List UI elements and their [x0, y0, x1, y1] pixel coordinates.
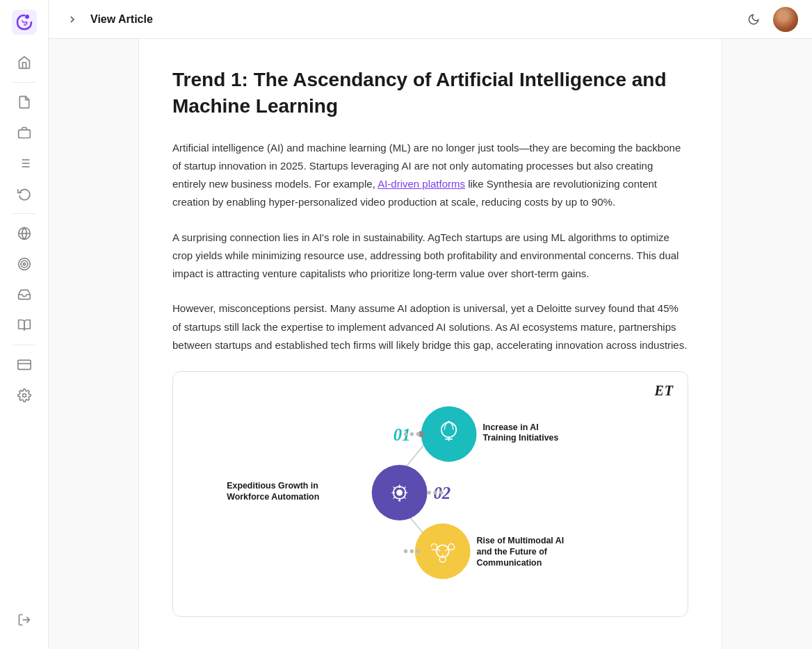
svg-point-28	[404, 432, 407, 436]
topbar-actions	[742, 7, 798, 32]
svg-point-35	[428, 491, 431, 494]
article-paragraph-1: Artificial intelligence (AI) and machine…	[172, 139, 688, 212]
sidebar-item-home[interactable]	[9, 49, 40, 76]
article-paragraph-3: However, misconceptions persist. Many as…	[172, 299, 688, 354]
svg-point-12	[21, 261, 28, 268]
avatar[interactable]	[773, 7, 798, 32]
ai-platforms-link[interactable]: AI-driven platforms	[377, 178, 465, 190]
sidebar-divider-2	[13, 213, 35, 214]
sidebar-item-briefcase[interactable]	[9, 119, 40, 147]
sidebar-item-inbox[interactable]	[9, 281, 40, 309]
sidebar-item-list[interactable]	[9, 149, 40, 177]
avatar-image	[773, 7, 798, 32]
svg-point-51	[416, 550, 420, 553]
sidebar-nav	[0, 47, 48, 605]
sidebar-divider-3	[13, 345, 35, 345]
topbar: View Article	[49, 0, 812, 39]
infographic-svg: 01 Increase in AI Training Initiatives	[190, 388, 671, 597]
sidebar-divider-1	[13, 82, 35, 83]
sidebar-item-documents[interactable]	[9, 88, 40, 116]
article-paragraph-2: A surprising connection lies in AI's rol…	[172, 229, 688, 284]
sidebar-item-book[interactable]	[9, 311, 40, 339]
svg-text:and the Future of: and the Future of	[477, 547, 548, 557]
svg-text:Rise of Multimodal AI: Rise of Multimodal AI	[477, 536, 565, 545]
article-left-margin	[49, 39, 139, 649]
svg-point-50	[404, 550, 407, 553]
svg-text:Training Initiatives: Training Initiatives	[482, 434, 558, 443]
svg-text:Expeditious Growth in: Expeditious Growth in	[227, 481, 318, 491]
svg-text:Workforce Automation: Workforce Automation	[227, 492, 319, 502]
sidebar-item-target[interactable]	[9, 250, 40, 278]
svg-rect-14	[17, 360, 30, 369]
svg-point-20	[421, 406, 477, 462]
svg-point-26	[416, 432, 420, 436]
sidebar	[0, 0, 49, 649]
sidebar-item-settings[interactable]	[9, 381, 40, 409]
article-content[interactable]: Trend 1: The Ascendancy of Artificial In…	[139, 39, 722, 649]
article-right-margin	[722, 39, 812, 649]
sidebar-item-history[interactable]	[9, 180, 40, 208]
sidebar-bottom	[9, 605, 40, 641]
infographic-box: ET 01	[172, 371, 688, 617]
svg-point-16	[22, 394, 26, 397]
svg-point-13	[23, 263, 25, 265]
article-container: Trend 1: The Ascendancy of Artificial In…	[49, 39, 812, 649]
app-logo[interactable]	[10, 8, 38, 36]
svg-point-11	[18, 258, 30, 270]
sidebar-item-logout[interactable]	[9, 606, 40, 634]
svg-point-36	[433, 491, 437, 494]
main-content: View Article Trend 1: The Ascendancy of …	[49, 0, 812, 649]
dark-mode-button[interactable]	[742, 8, 765, 31]
svg-point-27	[410, 432, 414, 436]
sidebar-item-card[interactable]	[9, 351, 40, 379]
svg-point-37	[439, 491, 443, 494]
page-title: View Article	[90, 13, 734, 26]
svg-text:Increase in AI: Increase in AI	[482, 422, 538, 432]
svg-text:Communication: Communication	[477, 558, 542, 568]
sidebar-toggle-button[interactable]	[63, 10, 82, 29]
sidebar-item-globe[interactable]	[9, 220, 40, 247]
article-title: Trend 1: The Ascendancy of Artificial In…	[172, 67, 688, 120]
svg-text:01: 01	[393, 425, 411, 444]
et-logo: ET	[654, 383, 674, 399]
svg-rect-2	[18, 130, 30, 138]
svg-point-49	[410, 550, 414, 553]
svg-point-33	[396, 490, 403, 496]
svg-point-1	[25, 15, 29, 19]
